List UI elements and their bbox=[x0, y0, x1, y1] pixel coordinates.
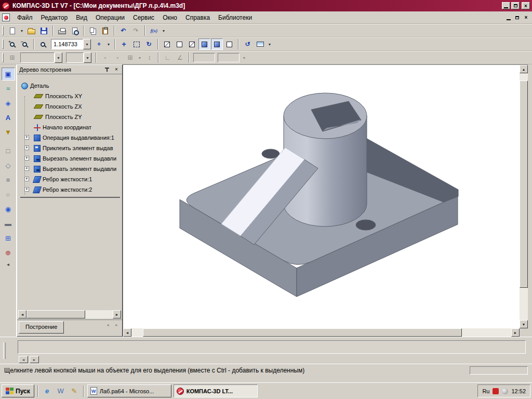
scroll-up-button[interactable]: ▲ bbox=[520, 65, 528, 73]
select-frame-button[interactable] bbox=[130, 38, 142, 50]
grid-dropdown[interactable]: ▼ bbox=[137, 52, 143, 63]
taskbar-button-kompas[interactable]: КОМПАС-3D LT... bbox=[174, 384, 258, 397]
current-layer-dropdown[interactable]: ▼ bbox=[84, 52, 91, 63]
local-snap-button[interactable]: ▫ bbox=[112, 52, 124, 63]
left-tool-annotations[interactable]: А bbox=[2, 111, 15, 124]
perspective-mode-button[interactable] bbox=[223, 38, 235, 50]
hidden-lines-mode-button[interactable] bbox=[174, 38, 185, 50]
menu-window[interactable]: Окно bbox=[158, 12, 181, 23]
rollback-bar[interactable] bbox=[20, 197, 120, 198]
scrollbar-track[interactable] bbox=[131, 328, 511, 337]
state-toolbar-dropdown[interactable]: ▼ bbox=[241, 52, 247, 63]
tray-volume-icon[interactable] bbox=[502, 388, 508, 394]
left-tool-edit-part[interactable]: ▣ bbox=[2, 68, 15, 81]
property-prev-button[interactable]: ◄ bbox=[19, 356, 28, 363]
expand-plus-icon[interactable]: + bbox=[24, 145, 29, 150]
tree-item-plane-zx[interactable]: Плоскость ZX bbox=[34, 101, 121, 112]
left-tool-sketch[interactable]: ◇ bbox=[2, 159, 15, 172]
scale-dropdown-button[interactable]: ▼ bbox=[83, 39, 91, 49]
toolbar-grip[interactable] bbox=[2, 39, 4, 49]
new-document-button[interactable] bbox=[6, 25, 18, 36]
left-tool-filter[interactable]: ▼ bbox=[2, 126, 15, 139]
menu-service[interactable]: Сервис bbox=[129, 12, 158, 23]
document-system-menu-icon[interactable] bbox=[2, 14, 10, 21]
scroll-right-button[interactable]: ► bbox=[113, 310, 121, 318]
tree-item-cut-extrude-1[interactable]: + Вырезать элемент выдавли bbox=[34, 153, 121, 164]
quicklaunch-desktop-button[interactable]: W bbox=[55, 385, 66, 397]
expand-plus-icon[interactable]: + bbox=[24, 187, 29, 192]
app-logo-icon[interactable] bbox=[2, 2, 10, 10]
grid-button[interactable]: ⊞ bbox=[124, 52, 136, 63]
toolbar-options-dropdown[interactable]: ▼ bbox=[161, 25, 167, 36]
menu-operations[interactable]: Операции bbox=[91, 12, 129, 23]
new-document-dropdown[interactable]: ▼ bbox=[19, 25, 25, 36]
property-bar-grip[interactable] bbox=[3, 342, 6, 359]
tree-panel-header[interactable]: Дерево построения × bbox=[17, 65, 122, 74]
shaded-mode-button[interactable] bbox=[198, 38, 210, 50]
tree-item-plane-zy[interactable]: Плоскость ZY bbox=[34, 112, 121, 122]
expand-plus-icon[interactable]: + bbox=[24, 135, 29, 140]
expand-plus-icon[interactable]: + bbox=[24, 166, 29, 171]
left-tool-surfaces[interactable]: ◈ bbox=[2, 97, 15, 110]
orientation-dropdown[interactable]: ▼ bbox=[105, 38, 112, 50]
scroll-left-button[interactable]: ◄ bbox=[123, 328, 131, 337]
image-dropdown[interactable]: ▼ bbox=[267, 38, 273, 50]
move-view-button[interactable]: ↕ bbox=[143, 52, 155, 63]
minimize-button[interactable] bbox=[502, 2, 510, 9]
scroll-down-button[interactable]: ▼ bbox=[520, 320, 528, 328]
menu-help[interactable]: Справка bbox=[181, 12, 214, 23]
zoom-in-button[interactable]: + bbox=[6, 38, 18, 50]
expand-plus-icon[interactable]: + bbox=[24, 177, 29, 181]
mdi-restore-button[interactable] bbox=[513, 14, 521, 21]
tab-scroll-left-button[interactable]: ◄ bbox=[104, 321, 112, 328]
tree-item-rib-2[interactable]: + Ребро жесткости:2 bbox=[34, 184, 121, 195]
scrollbar-track[interactable] bbox=[26, 310, 113, 318]
close-button[interactable]: × bbox=[522, 2, 530, 9]
scale-combo[interactable]: 1.148733 ▼ bbox=[51, 39, 91, 49]
refresh-image-button[interactable]: ↺ bbox=[242, 38, 254, 50]
quicklaunch-ie-button[interactable]: e bbox=[42, 385, 53, 397]
left-tool-axis[interactable]: ⊕ bbox=[2, 246, 15, 259]
pan-button[interactable]: + bbox=[118, 38, 130, 50]
left-tool-circle[interactable]: ○ bbox=[2, 188, 15, 201]
menu-libraries[interactable]: Библиотеки bbox=[214, 12, 256, 23]
coordinate-y-field[interactable] bbox=[218, 53, 240, 62]
tree-horizontal-scrollbar[interactable]: ◄ ► bbox=[18, 310, 121, 318]
menu-view[interactable]: Вид bbox=[72, 12, 91, 23]
wireframe-mode-button[interactable] bbox=[161, 38, 173, 50]
undo-button[interactable]: ↶ bbox=[117, 25, 129, 36]
current-layer-value[interactable] bbox=[66, 52, 84, 63]
coordinate-x-field[interactable] bbox=[193, 53, 215, 62]
angle-snap-button[interactable]: ∠ bbox=[174, 52, 186, 63]
current-step-value[interactable] bbox=[20, 52, 55, 63]
quicklaunch-editor-button[interactable]: ✎ bbox=[69, 385, 80, 397]
restore-button[interactable] bbox=[511, 2, 520, 9]
print-button[interactable] bbox=[56, 25, 68, 36]
redo-button[interactable]: ↷ bbox=[130, 25, 142, 36]
left-tool-list[interactable]: ≡ bbox=[2, 174, 15, 187]
scrollbar-thumb[interactable] bbox=[26, 310, 85, 318]
menu-file[interactable]: Файл bbox=[13, 12, 37, 23]
3d-model[interactable] bbox=[123, 65, 520, 328]
open-button[interactable] bbox=[25, 25, 37, 36]
snap-settings-button[interactable]: ⊞ bbox=[6, 52, 18, 63]
tab-construction[interactable]: Построение bbox=[19, 321, 64, 334]
scroll-right-button[interactable]: ► bbox=[511, 328, 520, 337]
tree-item-boss-extrude[interactable]: + Приклеить элемент выдав bbox=[34, 143, 121, 153]
left-toolbar-collapse-button[interactable]: ◄ bbox=[2, 261, 15, 269]
save-button[interactable] bbox=[38, 25, 50, 36]
thin-lines-mode-button[interactable] bbox=[186, 38, 198, 50]
orientation-button[interactable]: + bbox=[93, 38, 105, 50]
print-preview-button[interactable] bbox=[69, 25, 81, 36]
mdi-close-button[interactable]: × bbox=[522, 14, 530, 21]
shaded-wireframe-mode-button[interactable] bbox=[211, 38, 223, 50]
tree-item-origin[interactable]: Начало координат bbox=[34, 122, 121, 132]
point-snap-button[interactable]: ▫ bbox=[99, 52, 111, 63]
zoom-out-button[interactable]: − bbox=[19, 38, 31, 50]
scrollbar-track[interactable] bbox=[520, 73, 528, 320]
current-layer-combo[interactable]: ▼ bbox=[66, 52, 91, 63]
current-step-dropdown[interactable]: ▼ bbox=[55, 52, 62, 63]
toolbar-grip[interactable] bbox=[2, 26, 4, 35]
left-tool-point[interactable]: ◉ bbox=[2, 203, 15, 216]
expand-plus-icon[interactable]: + bbox=[24, 156, 29, 161]
